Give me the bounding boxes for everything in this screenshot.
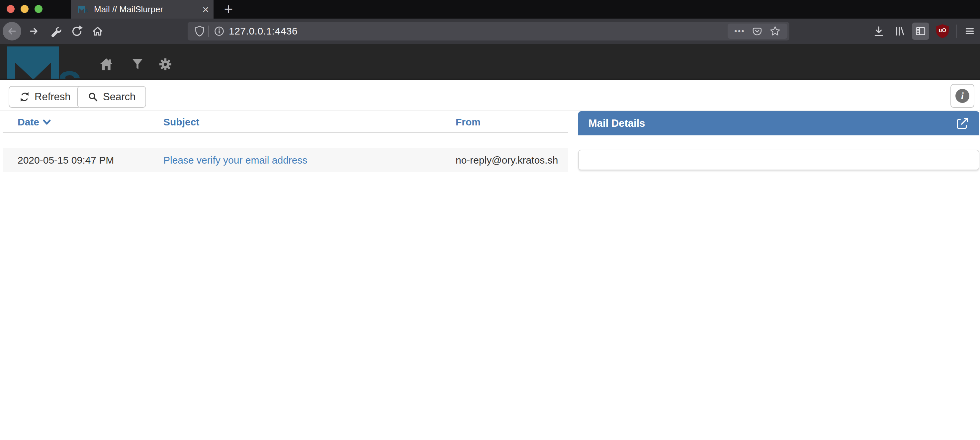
sidebar-icon	[915, 25, 926, 37]
svg-text:uO: uO	[939, 27, 946, 33]
nav-filter-button[interactable]	[130, 58, 145, 71]
close-window-button[interactable]	[6, 5, 14, 13]
back-arrow-icon	[6, 25, 18, 37]
browser-toolbar: 127.0.0.1:4436 ••• uO	[0, 19, 980, 44]
svg-text:s: s	[85, 7, 88, 14]
site-info-icon[interactable]	[213, 25, 225, 37]
reload-icon	[70, 25, 83, 38]
url-bar[interactable]: 127.0.0.1:4436 •••	[188, 22, 789, 40]
ublock-shield-icon: uO	[935, 24, 950, 39]
mail-row-from: no-reply@ory.kratos.sh	[456, 148, 558, 172]
new-tab-button[interactable]: +	[221, 1, 237, 17]
toolbar-divider	[956, 25, 957, 38]
search-label: Search	[103, 91, 135, 103]
nav-settings-button[interactable]	[158, 58, 173, 71]
reload-button[interactable]	[67, 22, 86, 40]
date-header-label: Date	[18, 111, 39, 133]
library-icon	[894, 25, 906, 37]
info-button[interactable]: i	[950, 84, 974, 108]
tracking-protection-shield-icon[interactable]	[194, 25, 205, 37]
tools-button[interactable]	[46, 22, 64, 40]
home-button[interactable]	[88, 22, 107, 40]
main-content: Date Subject From 2020-05-15 09:47 PM Pl…	[0, 111, 980, 440]
sort-descending-chevron-icon	[43, 119, 51, 125]
download-icon	[873, 25, 885, 37]
app-toolbar: Refresh Search i	[0, 79, 980, 111]
minimize-window-button[interactable]	[21, 5, 29, 13]
mail-row[interactable]: 2020-05-15 09:47 PM Please verify your e…	[3, 148, 568, 172]
mailslurper-logo[interactable]: s	[7, 46, 84, 79]
hamburger-menu-icon	[964, 25, 976, 37]
open-in-new-window-icon[interactable]	[955, 116, 969, 130]
search-icon	[88, 92, 98, 102]
ublock-origin-button[interactable]: uO	[933, 22, 952, 40]
refresh-label: Refresh	[35, 91, 71, 103]
url-text[interactable]: 127.0.0.1:4436	[229, 25, 298, 37]
svg-text:s: s	[57, 55, 82, 79]
refresh-icon	[19, 92, 30, 102]
tab-title: Mail // MailSlurper	[94, 4, 202, 14]
mailslurper-navbar: s	[0, 44, 980, 79]
column-header-from[interactable]: From	[456, 111, 480, 133]
home-icon	[92, 25, 103, 37]
mail-list-header-row: Date Subject From	[3, 111, 568, 133]
mail-list-table: Date Subject From 2020-05-15 09:47 PM Pl…	[3, 111, 568, 172]
close-tab-icon[interactable]: ×	[202, 4, 209, 15]
mailslurper-favicon: s	[78, 5, 89, 14]
nav-home-icon	[100, 58, 113, 71]
sidebar-toggle-button[interactable]	[912, 22, 929, 40]
mail-row-subject-link[interactable]: Please verify your email address	[163, 148, 307, 172]
wrench-icon	[49, 25, 61, 38]
window-titlebar: s Mail // MailSlurper × +	[0, 0, 980, 19]
zoom-window-button[interactable]	[35, 5, 43, 13]
mail-details-header: Mail Details	[578, 111, 979, 135]
info-icon: i	[955, 89, 969, 103]
bookmark-star-icon[interactable]	[770, 25, 781, 37]
forward-arrow-icon	[28, 25, 40, 37]
column-header-date[interactable]: Date	[18, 111, 51, 133]
page-actions-menu-icon[interactable]: •••	[734, 27, 745, 35]
page-actions-area: •••	[728, 24, 788, 39]
empty-spacer-row	[3, 133, 568, 148]
column-header-subject[interactable]: Subject	[163, 111, 199, 133]
mail-row-date: 2020-05-15 09:47 PM	[18, 148, 114, 172]
forward-button[interactable]	[25, 22, 43, 40]
downloads-button[interactable]	[869, 22, 888, 40]
library-button[interactable]	[891, 22, 909, 40]
mail-details-panel: Mail Details	[578, 111, 979, 170]
mail-details-body	[578, 150, 979, 170]
refresh-button[interactable]: Refresh	[9, 86, 81, 108]
urlbar-separator	[208, 25, 209, 37]
back-button[interactable]	[3, 22, 21, 40]
search-button[interactable]: Search	[77, 86, 146, 108]
nav-home-button[interactable]	[99, 58, 114, 71]
filter-funnel-icon	[132, 59, 143, 70]
menu-button[interactable]	[960, 22, 979, 40]
mail-details-title: Mail Details	[589, 111, 645, 135]
browser-tab[interactable]: s Mail // MailSlurper ×	[71, 0, 213, 19]
pocket-icon[interactable]	[752, 26, 762, 37]
gear-icon	[159, 59, 171, 70]
